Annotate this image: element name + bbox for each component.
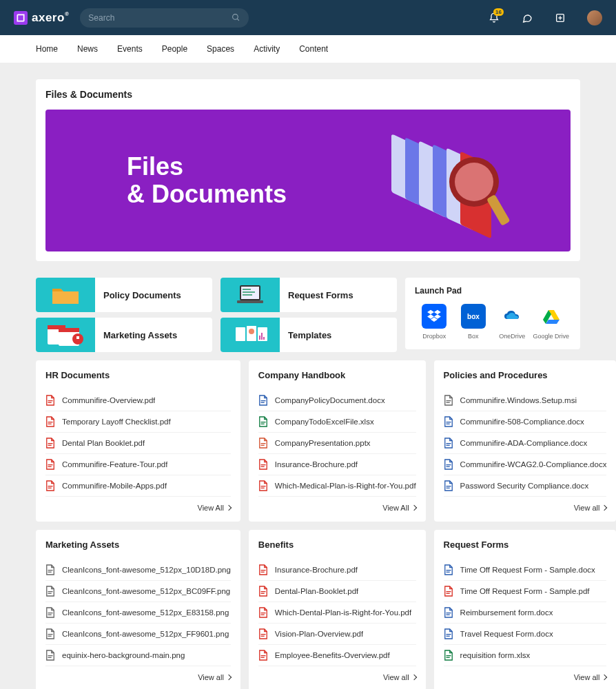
doc-section-title: Benefits [258, 539, 416, 550]
doc-item[interactable]: Which-Medical-Plan-is-Right-for-You.pdf [258, 475, 416, 497]
doc-name: Password Security Compliance.docx [460, 482, 589, 490]
doc-item[interactable]: CleanIcons_font-awesome_512px_FF9601.png [45, 624, 231, 645]
doc-item[interactable]: Time Off Request Form - Sample.pdf [444, 581, 607, 602]
doc-item[interactable]: Employee-Benefits-Overview.pdf [258, 645, 416, 666]
svg-rect-41 [48, 466, 52, 467]
chevron-right-icon [411, 505, 416, 511]
svg-rect-69 [48, 615, 52, 615]
nav-news[interactable]: News [77, 44, 98, 54]
nav-people[interactable]: People [162, 44, 187, 54]
svg-rect-39 [48, 445, 52, 446]
nav-content[interactable]: Content [299, 44, 328, 54]
nav-spaces[interactable]: Spaces [207, 44, 234, 54]
pdf-file-icon [444, 586, 453, 597]
app-label: Dropbox [422, 333, 446, 340]
svg-rect-81 [260, 636, 264, 637]
search-input[interactable] [88, 13, 226, 23]
doc-item[interactable]: requisition form.xlsx [444, 645, 607, 666]
doc-item[interactable]: Communifire-Mobile-Apps.pdf [45, 475, 231, 497]
view-all-link[interactable]: View all [444, 673, 607, 681]
doc-item[interactable]: equinix-hero-background-main.png [45, 645, 231, 666]
svg-rect-70 [48, 634, 53, 635]
doc-item[interactable]: Communifire-Feature-Tour.pdf [45, 454, 231, 475]
svg-rect-34 [48, 400, 53, 401]
category-request-forms[interactable]: Request Forms [220, 278, 397, 312]
doc-item[interactable]: Dental-Plan-Booklet.pdf [258, 581, 416, 602]
user-avatar[interactable] [587, 10, 602, 25]
svg-rect-73 [48, 657, 52, 658]
doc-item[interactable]: Travel Request Form.docx [444, 624, 607, 645]
brand-logo[interactable]: axero® [14, 11, 69, 25]
add-button[interactable] [554, 12, 566, 24]
doc-item[interactable]: Communifire-508-Compliance.docx [444, 411, 607, 433]
doc-item[interactable]: Communifire-Overview.pdf [45, 390, 231, 411]
svg-rect-42 [48, 486, 53, 486]
svg-rect-93 [446, 657, 449, 658]
doc-item[interactable]: Which-Dental-Plan-is-Right-for-You.pdf [258, 602, 416, 624]
doc-section-card: Marketing AssetsCleanIcons_font-awesome_… [36, 530, 240, 689]
doc-item[interactable]: CompanyPresentation.pptx [258, 433, 416, 454]
launchpad-app-google-drive[interactable]: Google Drive [532, 304, 571, 340]
nav-events[interactable]: Events [117, 44, 143, 54]
doc-name: requisition form.xlsx [460, 651, 531, 659]
doc-item[interactable]: Password Security Compliance.docx [444, 475, 607, 497]
doc-item[interactable]: Dental Plan Booklet.pdf [45, 433, 231, 454]
doc-item[interactable]: Time Off Request Form - Sample.docx [444, 559, 607, 581]
doc-name: CompanyTodoExcelFile.xlsx [275, 418, 374, 426]
doc-item[interactable]: Reimbursement form.docx [444, 602, 607, 624]
doc-name: Temporary Layoff Checklist.pdf [62, 418, 171, 426]
doc-item[interactable]: CleanIcons_font-awesome_512px_E83158.png [45, 602, 231, 624]
doc-name: CompanyPolicyDocument.docx [275, 396, 385, 404]
doc-name: Communifire-ADA-Compliance.docx [460, 439, 588, 447]
category-templates[interactable]: Templates [220, 318, 397, 352]
launchpad-app-onedrive[interactable]: OneDrive [493, 304, 532, 340]
search-bar[interactable] [80, 8, 249, 28]
view-all-link[interactable]: View all [444, 504, 607, 512]
svg-rect-45 [260, 402, 264, 403]
png-file-icon [45, 650, 55, 661]
notification-badge: 16 [493, 8, 504, 16]
svg-rect-76 [260, 591, 265, 592]
doc-item[interactable]: Vision-Plan-Overview.pdf [258, 624, 416, 645]
doc-name: Reimbursement form.docx [460, 608, 553, 617]
svg-rect-18 [243, 294, 252, 296]
folder-icon [36, 278, 95, 312]
docx-file-icon [444, 564, 453, 575]
svg-rect-89 [446, 615, 449, 615]
doc-item[interactable]: Communifire.Windows.Setup.msi [444, 390, 607, 411]
svg-rect-83 [260, 657, 264, 658]
launchpad-app-dropbox[interactable]: Dropbox [415, 304, 454, 340]
nav-home[interactable]: Home [36, 44, 58, 54]
view-all-link[interactable]: View all [45, 673, 231, 681]
view-all-link[interactable]: View all [258, 673, 416, 681]
doc-item[interactable]: Insurance-Brochure.pdf [258, 559, 416, 581]
doc-section-card: BenefitsInsurance-Brochure.pdfDental-Pla… [249, 530, 426, 689]
view-all-link[interactable]: View All [45, 504, 231, 512]
doc-item[interactable]: CompanyTodoExcelFile.xlsx [258, 411, 416, 433]
notifications-button[interactable]: 16 [488, 12, 500, 24]
launchpad-app-box[interactable]: box Box [454, 304, 493, 340]
xlsx-file-icon [444, 650, 453, 661]
view-all-link[interactable]: View All [258, 504, 416, 512]
category-policy-documents[interactable]: Policy Documents [36, 278, 212, 312]
chat-button[interactable] [521, 12, 533, 24]
doc-item[interactable]: CleanIcons_font-awesome_512px_10D18D.png [45, 559, 231, 581]
svg-rect-88 [446, 613, 451, 613]
doc-item[interactable]: Communifire-WCAG2.0-Compliance.docx [444, 454, 607, 475]
svg-rect-59 [446, 445, 449, 446]
nav-activity[interactable]: Activity [254, 44, 280, 54]
doc-item[interactable]: Temporary Layoff Checklist.pdf [45, 411, 231, 433]
doc-item[interactable]: CompanyPolicyDocument.docx [258, 390, 416, 411]
pdf-file-icon [258, 607, 268, 618]
svg-rect-58 [446, 443, 451, 444]
svg-rect-66 [48, 591, 53, 592]
doc-item[interactable]: Communifire-ADA-Compliance.docx [444, 433, 607, 454]
pdf-file-icon [258, 564, 268, 575]
category-marketing-assets[interactable]: Marketing Assets [36, 318, 212, 352]
svg-rect-61 [446, 466, 449, 467]
svg-rect-55 [446, 402, 449, 403]
doc-name: CompanyPresentation.pptx [275, 439, 371, 447]
doc-item[interactable]: CleanIcons_font-awesome_512px_BC09FF.png [45, 581, 231, 602]
svg-rect-64 [48, 570, 53, 570]
doc-item[interactable]: Insurance-Brochure.pdf [258, 454, 416, 475]
